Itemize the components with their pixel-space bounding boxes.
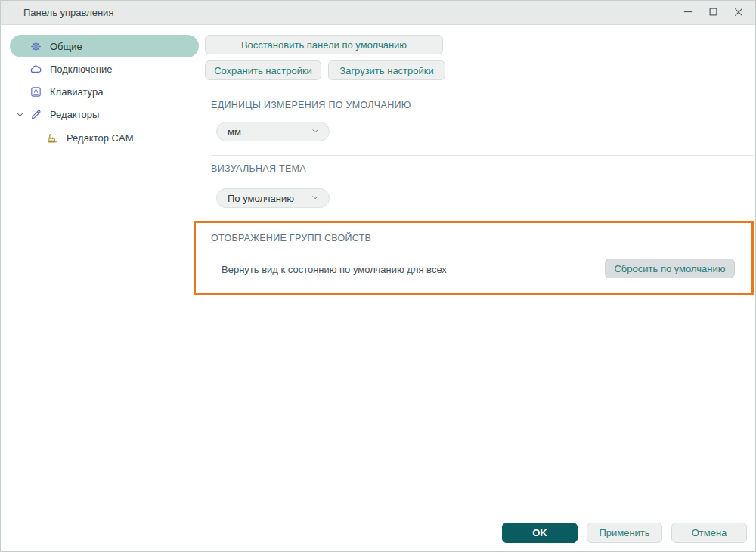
- theme-dropdown-value: По умолчанию: [228, 193, 294, 204]
- section-divider: [212, 155, 754, 156]
- chevron-down-icon: [311, 126, 320, 138]
- sidebar-item-cam-editor[interactable]: Редактор CAM: [10, 126, 199, 149]
- apply-button[interactable]: Применить: [587, 523, 662, 543]
- sidebar-item-keyboard[interactable]: Клавиатура: [10, 80, 199, 103]
- units-section-title: ЕДИНИЦЫ ИЗМЕРЕНИЯ ПО УМОЛЧАНИЮ: [211, 100, 411, 110]
- sidebar-item-editors[interactable]: Редакторы: [10, 103, 199, 126]
- control-panel-window: Панель управления: [0, 0, 756, 552]
- pencil-icon: [29, 108, 42, 121]
- minimize-button[interactable]: [676, 2, 701, 24]
- minimize-icon: [682, 5, 695, 20]
- sidebar-item-connection[interactable]: Подключение: [10, 57, 199, 80]
- theme-section-title: ВИЗУАЛЬНАЯ ТЕМА: [211, 163, 306, 174]
- ok-button[interactable]: OK: [502, 523, 578, 543]
- keyboard-icon: [29, 85, 42, 98]
- load-settings-button[interactable]: Загрузить настройки: [328, 60, 445, 80]
- property-groups-highlight-box: ОТОБРАЖЕНИЕ ГРУПП СВОЙСТВ Вернуть вид к …: [194, 221, 754, 295]
- sidebar-item-label: Редакторы: [50, 109, 99, 120]
- close-button[interactable]: [726, 2, 751, 24]
- restore-panels-button[interactable]: Восстановить панели по умолчанию: [205, 35, 443, 54]
- units-dropdown-value: мм: [228, 126, 241, 138]
- maximize-button[interactable]: [701, 2, 726, 24]
- factory-icon: [46, 132, 59, 144]
- cancel-button[interactable]: Отмена: [671, 523, 747, 543]
- sidebar-item-label: Клавиатура: [50, 86, 103, 98]
- sidebar-item-label: Общие: [50, 41, 82, 52]
- property-groups-description: Вернуть вид к состоянию по умолчанию для…: [222, 264, 447, 275]
- save-settings-button[interactable]: Сохранить настройки: [205, 60, 321, 80]
- window-title: Панель управления: [23, 7, 113, 18]
- titlebar: Панель управления: [1, 1, 755, 25]
- theme-dropdown[interactable]: По умолчанию: [216, 188, 330, 208]
- sidebar-item-general[interactable]: Общие: [10, 35, 199, 57]
- reset-to-default-button[interactable]: Сбросить по умолчанию: [605, 259, 735, 278]
- property-groups-title: ОТОБРАЖЕНИЕ ГРУПП СВОЙСТВ: [211, 233, 371, 243]
- sidebar-item-label: Редактор CAM: [67, 132, 133, 144]
- maximize-icon: [708, 6, 719, 20]
- cloud-icon: [29, 63, 42, 76]
- chevron-down-icon[interactable]: [14, 109, 25, 119]
- units-dropdown[interactable]: мм: [216, 122, 330, 141]
- window-controls: [676, 1, 751, 25]
- chevron-down-icon: [311, 193, 320, 204]
- close-icon: [733, 6, 745, 20]
- gear-icon: [29, 40, 42, 53]
- sidebar-item-label: Подключение: [50, 64, 112, 75]
